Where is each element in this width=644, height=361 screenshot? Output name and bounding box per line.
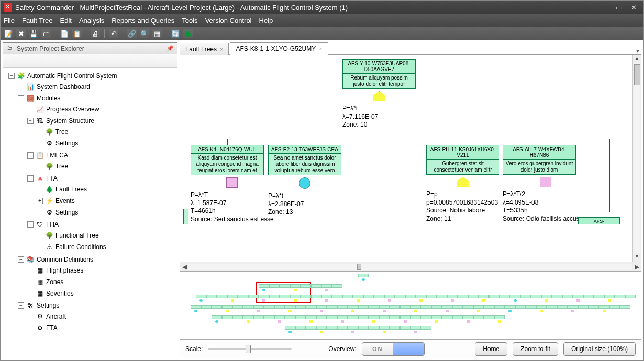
expander[interactable]: − xyxy=(27,152,34,159)
tree-set-fta[interactable]: FTA xyxy=(46,324,58,332)
overview-toggle[interactable]: ON xyxy=(362,342,425,356)
overview-pane[interactable] xyxy=(180,271,641,339)
undo-icon[interactable]: ↶ xyxy=(109,29,118,38)
grid-icon[interactable]: ▦ xyxy=(152,29,162,38)
tree-modules[interactable]: Modules xyxy=(37,95,60,102)
tree-fha[interactable]: FHA xyxy=(46,221,59,228)
fta-node-c2[interactable]: AFS-E2-13-T63WEFJS-CEASea no amet sanctu… xyxy=(268,145,341,217)
expander[interactable]: − xyxy=(18,302,24,309)
fault-tree-canvas[interactable]: ▲ ▼ AFS-Y-10-W753F3UAP xyxy=(180,55,641,262)
copy-icon[interactable]: 📄 xyxy=(60,29,69,38)
tree-structure[interactable]: System Structure xyxy=(46,117,94,125)
new-icon[interactable]: 📝 xyxy=(4,29,13,38)
original-size-button[interactable]: Original size (100%) xyxy=(563,342,636,356)
toggle-off[interactable] xyxy=(393,343,424,355)
expander[interactable]: − xyxy=(18,256,24,263)
expander[interactable]: − xyxy=(27,118,34,124)
tree-phases[interactable]: Flight phases xyxy=(46,267,83,274)
expander[interactable]: − xyxy=(27,175,34,182)
tree-root[interactable]: Automatic Flight Control System xyxy=(27,72,117,80)
system-icon: 🧩 xyxy=(17,72,25,80)
search-icon[interactable]: 🔍 xyxy=(140,29,149,38)
toggle-on[interactable]: ON xyxy=(362,343,393,355)
scroll-thumb[interactable] xyxy=(634,64,640,85)
tab-current[interactable]: AFS-K8-1-1-X1YO-G52UMY× xyxy=(230,42,328,55)
tree-fmeca-tree[interactable]: Tree xyxy=(55,163,68,170)
tree-settings[interactable]: Settings xyxy=(37,302,59,309)
scroll-thumb[interactable] xyxy=(357,264,361,270)
close-icon[interactable]: × xyxy=(220,46,223,52)
close-button[interactable]: ✕ xyxy=(627,3,640,12)
partial-node-left[interactable] xyxy=(183,209,188,224)
tree-aircraft[interactable]: Aircraft xyxy=(46,313,66,320)
fta-node-c1[interactable]: AFS-K4--N04176Q-WUHKasd diam consetetur … xyxy=(191,145,274,223)
menu-reports[interactable]: Reports and Queries xyxy=(112,17,174,25)
tree-struct-settings[interactable]: Settings xyxy=(55,140,78,147)
menu-vcs[interactable]: Version Control xyxy=(205,17,252,25)
slider-thumb[interactable] xyxy=(246,345,251,353)
menu-edit[interactable]: Edit xyxy=(60,17,71,25)
or-gate-icon xyxy=(373,91,385,101)
tree-icon[interactable]: 🌲 xyxy=(183,29,193,38)
scale-slider[interactable] xyxy=(208,348,292,350)
project-tree[interactable]: −🧩Automatic Flight Control System 📊Syste… xyxy=(3,68,177,358)
refresh-icon[interactable]: 🔄 xyxy=(171,29,180,38)
node-params: P=λ*tλ=2.886E-07Zone: 13 xyxy=(268,192,341,217)
home-button[interactable]: Home xyxy=(475,342,507,356)
expander[interactable]: − xyxy=(27,221,34,228)
menu-file[interactable]: File xyxy=(4,17,15,25)
node-desc: Vero eros gubergren invidunt dolor justo… xyxy=(503,160,575,174)
menu-analysis[interactable]: Analysis xyxy=(79,17,104,25)
horizontal-scrollbar[interactable]: ◀ ▶ xyxy=(180,262,641,271)
tree-common[interactable]: Common Definitions xyxy=(37,256,93,263)
titlebar: Safety Commander - MultiProjectTestReal … xyxy=(1,1,643,14)
save-icon[interactable]: 💾 xyxy=(29,29,38,38)
minimize-button[interactable]: — xyxy=(597,3,611,12)
delete-icon[interactable]: ✖ xyxy=(16,29,26,38)
tree-fmeca[interactable]: FMECA xyxy=(46,152,68,159)
tab-fault-trees[interactable]: Fault Trees× xyxy=(180,43,229,55)
menu-tools[interactable]: Tools xyxy=(182,17,197,25)
scroll-left-icon[interactable]: ◀ xyxy=(180,263,188,270)
tree-fta-settings[interactable]: Settings xyxy=(55,209,78,216)
pin-icon[interactable]: 📌 xyxy=(166,45,174,52)
tree-fha-cond[interactable]: Failure Conditions xyxy=(55,243,106,251)
node-id: AFS-K4--N04176Q-WUH xyxy=(191,145,263,154)
expander[interactable]: − xyxy=(18,95,24,101)
paste-icon[interactable]: 📋 xyxy=(72,29,82,38)
expander[interactable]: + xyxy=(37,198,43,204)
print-icon[interactable]: 🖨 xyxy=(91,29,100,38)
tree-fha-tree[interactable]: Functional Tree xyxy=(55,232,99,239)
menu-fault-tree[interactable]: Fault Tree xyxy=(22,17,53,25)
scroll-down-icon[interactable]: ▼ xyxy=(635,253,640,262)
fta-node-c3[interactable]: AFS-PH-11-KS0J61XH6X0-V211Gubergren stet… xyxy=(426,145,499,223)
fta-top-node[interactable]: AFS-Y-10-W753F3UAP08-D50AAGVE7Rebum aliq… xyxy=(342,59,416,129)
node-id: AFS-E2-13-T63WEFJS-CEA xyxy=(269,145,341,154)
save-all-icon[interactable]: 🗃 xyxy=(41,29,51,38)
fta-node-c4[interactable]: AFS-AH-7-W4XFWB4-H67N86Vero eros gubergr… xyxy=(503,145,588,223)
tree-zones[interactable]: Zones xyxy=(46,278,63,286)
func-tree-icon: 🌳 xyxy=(45,231,53,240)
node-id: AFS-PH-11-KS0J61XH6X0-V211 xyxy=(427,145,499,160)
partial-node-right[interactable]: AFS-L...VX11X0710 xyxy=(578,217,620,224)
close-icon[interactable]: × xyxy=(319,46,322,52)
tree-dashboard[interactable]: System Dashboard xyxy=(37,83,90,91)
app-icon xyxy=(4,3,12,12)
scroll-up-icon[interactable]: ▲ xyxy=(635,55,640,63)
tree-fta-trees[interactable]: Fault Trees xyxy=(55,186,87,193)
scroll-right-icon[interactable]: ▶ xyxy=(632,263,641,270)
tree-severities[interactable]: Severities xyxy=(46,290,74,297)
menu-help[interactable]: Help xyxy=(259,17,273,25)
tree-progress[interactable]: Progress Overview xyxy=(46,106,99,113)
maximize-button[interactable]: ▭ xyxy=(612,3,626,12)
zoom-fit-button[interactable]: Zoom to fit xyxy=(513,342,558,356)
vertical-scrollbar[interactable]: ▲ ▼ xyxy=(632,55,641,262)
sidebar-toolbar xyxy=(3,54,177,68)
tree-fta[interactable]: FTA xyxy=(46,175,58,182)
tab-menu-icon[interactable]: ▾ xyxy=(636,47,639,54)
tree-struct-tree[interactable]: Tree xyxy=(55,128,68,136)
link-icon[interactable]: 🔗 xyxy=(127,29,137,38)
expander[interactable]: − xyxy=(8,73,15,79)
tree-fta-events[interactable]: Events xyxy=(55,197,75,205)
node-params: P=λ*tλ=7.116E-07Zone: 10 xyxy=(342,105,416,129)
